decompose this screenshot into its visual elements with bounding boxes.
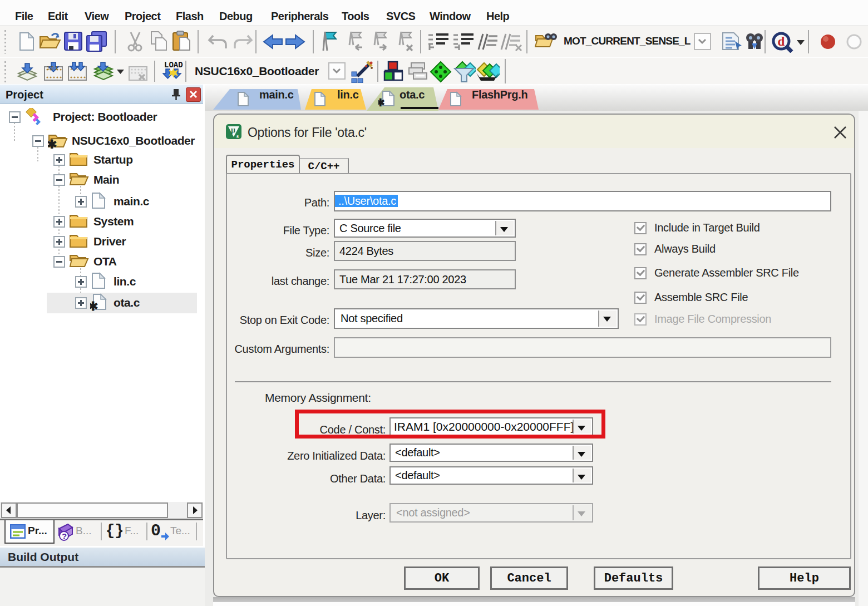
svg-text:µ: µ [231,126,235,134]
svg-text:✱: ✱ [90,299,98,311]
svg-text:s: s [236,133,239,139]
svg-text:d: d [778,35,785,48]
svg-text:?: ? [62,531,67,541]
svg-text:✱: ✱ [378,97,385,108]
svg-text:✱: ✱ [48,137,57,149]
svg-text:1:0:1: 1:0:1 [47,65,58,71]
